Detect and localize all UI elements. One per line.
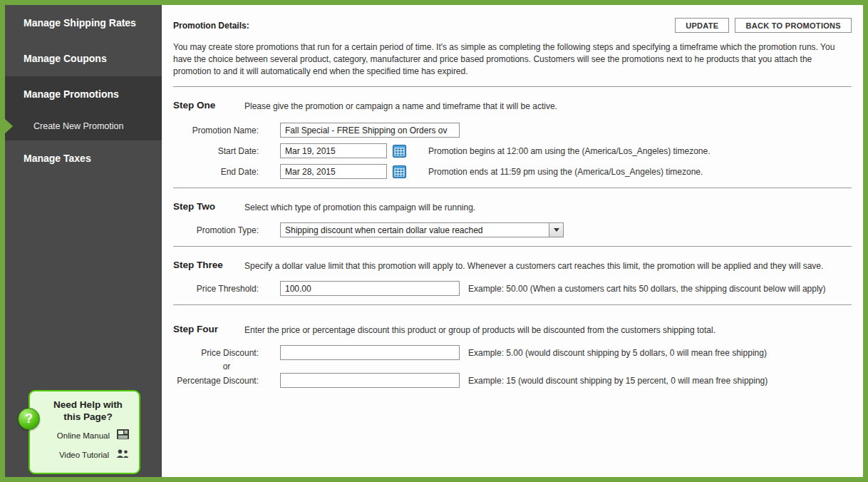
- step-four-title: Step Four: [173, 324, 244, 334]
- question-mark-icon[interactable]: ?: [18, 408, 40, 430]
- page-title: Promotion Details:: [173, 21, 249, 31]
- help-link-video-tutorial[interactable]: Video Tutorial: [38, 448, 129, 461]
- start-date-calendar-icon[interactable]: [393, 144, 407, 158]
- or-label: or: [173, 362, 280, 371]
- sidebar-item-label: Manage Promotions: [24, 88, 119, 100]
- promotion-type-select[interactable]: Shipping discount when certain dollar va…: [280, 222, 564, 237]
- back-to-promotions-button[interactable]: BACK TO PROMOTIONS: [735, 18, 852, 33]
- sidebar-item-create-new-promotion[interactable]: Create New Promotion: [5, 112, 162, 140]
- people-icon: [116, 448, 129, 461]
- sidebar-item-manage-promotions[interactable]: Manage Promotions: [5, 76, 162, 112]
- percentage-discount-input[interactable]: [280, 373, 460, 388]
- promotion-type-selected-value: Shipping discount when certain dollar va…: [281, 225, 549, 235]
- app-frame: Manage Shipping Rates Manage Coupons Man…: [0, 0, 868, 482]
- end-date-note: Promotion ends at 11:59 pm using the (Am…: [428, 167, 703, 177]
- step-four-description: Enter the price or percentage discount t…: [244, 324, 715, 335]
- promotion-name-input[interactable]: [280, 123, 460, 138]
- price-discount-input[interactable]: [280, 345, 460, 360]
- page-header: Promotion Details: UPDATE BACK TO PROMOT…: [173, 5, 852, 33]
- book-icon: [117, 429, 129, 442]
- main-panel: Promotion Details: UPDATE BACK TO PROMOT…: [162, 5, 863, 477]
- start-date-input[interactable]: [280, 143, 387, 158]
- sidebar-item-label: Create New Promotion: [33, 121, 123, 131]
- sidebar-active-group: Manage Promotions Create New Promotion: [5, 76, 162, 140]
- step-three-header: Step Three Specify a dollar value limit …: [173, 260, 852, 271]
- end-date-calendar-icon[interactable]: [393, 165, 407, 178]
- step-four-section: Step Four Enter the price or percentage …: [173, 305, 852, 388]
- end-date-input[interactable]: [280, 164, 387, 179]
- update-button[interactable]: UPDATE: [675, 18, 729, 33]
- price-discount-example: Example: 5.00 (would discount shipping b…: [468, 348, 767, 358]
- price-threshold-example: Example: 50.00 (When a customers cart hi…: [468, 284, 826, 294]
- percentage-discount-example: Example: 15 (would discount shipping by …: [468, 376, 768, 386]
- promotion-name-label: Promotion Name:: [173, 125, 259, 135]
- chevron-down-icon[interactable]: [549, 223, 563, 237]
- header-buttons: UPDATE BACK TO PROMOTIONS: [675, 18, 852, 33]
- step-one-title: Step One: [173, 100, 244, 111]
- step-two-description: Select which type of promotion this camp…: [244, 201, 475, 212]
- step-three-description: Specify a dollar value limit that this p…: [244, 260, 823, 271]
- step-one-header: Step One Please give the promotion or ca…: [173, 100, 852, 111]
- intro-text: You may create store promotions that run…: [173, 41, 852, 78]
- sidebar-item-label: Manage Coupons: [24, 53, 107, 64]
- step-one-description: Please give the promotion or campaign a …: [244, 100, 557, 111]
- step-four-header: Step Four Enter the price or percentage …: [173, 324, 852, 335]
- price-discount-label: Price Discount:: [173, 348, 259, 358]
- main-content: Promotion Details: UPDATE BACK TO PROMOT…: [162, 5, 863, 388]
- price-discount-row: Price Discount: Example: 5.00 (would dis…: [173, 345, 852, 360]
- start-date-label: Start Date:: [173, 146, 259, 156]
- active-item-arrow-icon: [5, 119, 13, 133]
- help-box-title: Need Help with this Page?: [46, 399, 130, 423]
- step-three-title: Step Three: [173, 260, 244, 270]
- start-date-note: Promotion begins at 12:00 am using the (…: [428, 146, 711, 156]
- price-threshold-label: Price Threshold:: [173, 284, 259, 294]
- start-date-row: Start Date: Promotio: [173, 143, 852, 158]
- percentage-discount-label: Percentage Discount:: [173, 376, 259, 386]
- sidebar-item-manage-coupons[interactable]: Manage Coupons: [5, 41, 162, 76]
- step-three-section: Step Three Specify a dollar value limit …: [173, 247, 852, 296]
- percentage-discount-row: Percentage Discount: Example: 15 (would …: [173, 373, 852, 388]
- promotion-type-label: Promotion Type:: [173, 225, 259, 235]
- promotion-name-row: Promotion Name:: [173, 123, 852, 138]
- sidebar-item-manage-taxes[interactable]: Manage Taxes: [5, 140, 162, 176]
- help-box: Need Help with this Page? Online Manual …: [29, 390, 140, 474]
- step-two-header: Step Two Select which type of promotion …: [173, 201, 852, 212]
- help-link-online-manual[interactable]: Online Manual: [38, 429, 129, 442]
- sidebar: Manage Shipping Rates Manage Coupons Man…: [5, 5, 162, 477]
- sidebar-item-label: Manage Taxes: [24, 153, 91, 164]
- step-one-section: Step One Please give the promotion or ca…: [173, 87, 852, 179]
- end-date-label: End Date:: [173, 167, 259, 177]
- price-threshold-input[interactable]: [280, 281, 460, 296]
- step-two-section: Step Two Select which type of promotion …: [173, 188, 852, 237]
- sidebar-item-manage-shipping-rates[interactable]: Manage Shipping Rates: [5, 5, 162, 41]
- step-two-title: Step Two: [173, 201, 244, 212]
- video-tutorial-label: Video Tutorial: [38, 451, 116, 459]
- promotion-type-row: Promotion Type: Shipping discount when c…: [173, 222, 852, 237]
- online-manual-label: Online Manual: [38, 431, 117, 440]
- end-date-row: End Date: Promotion: [173, 164, 852, 179]
- price-threshold-row: Price Threshold: Example: 50.00 (When a …: [173, 281, 852, 296]
- sidebar-item-label: Manage Shipping Rates: [24, 17, 136, 29]
